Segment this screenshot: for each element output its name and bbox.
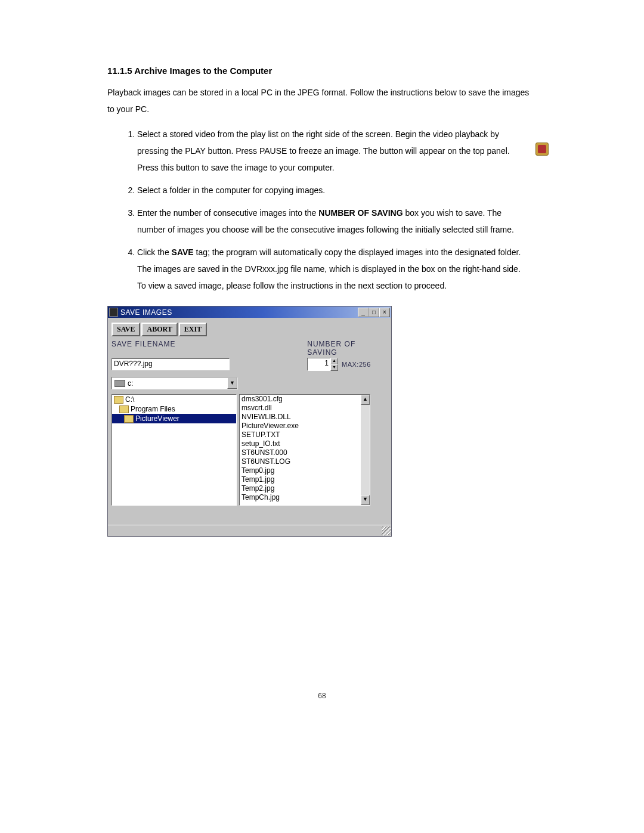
save-image-icon	[535, 143, 549, 156]
folder-icon	[114, 396, 123, 404]
maximize-button[interactable]: □	[369, 308, 379, 317]
file-item[interactable]: NVIEWLIB.DLL	[240, 413, 361, 422]
step-3: Enter the number of consecutive images i…	[137, 205, 531, 238]
file-item[interactable]: msvcrt.dll	[240, 404, 361, 413]
folder-icon	[119, 405, 129, 413]
file-item[interactable]: TempCh.jpg	[240, 493, 361, 502]
steps-list: Select a stored video from the play list…	[107, 126, 531, 294]
numsaving-input[interactable]: 1	[307, 358, 330, 371]
intro-paragraph: Playback images can be stored in a local…	[107, 84, 531, 117]
folder-listbox[interactable]: C:\ Program Files PictureViewer	[112, 394, 237, 506]
spin-up-button[interactable]: ▲	[330, 358, 338, 364]
abort-button[interactable]: ABORT	[141, 323, 177, 336]
app-icon	[109, 308, 118, 317]
folder-item[interactable]: Program Files	[112, 404, 236, 414]
drive-value: c:	[128, 379, 133, 388]
folder-open-icon	[124, 415, 134, 423]
resize-grip-icon[interactable]	[382, 527, 391, 535]
file-item[interactable]: Temp1.jpg	[240, 475, 361, 484]
file-item[interactable]: ST6UNST.000	[240, 448, 361, 457]
file-item[interactable]: Temp2.jpg	[240, 484, 361, 493]
file-item[interactable]: setup_IO.txt	[240, 439, 361, 448]
scroll-down-button[interactable]: ▼	[361, 495, 370, 505]
filename-label: SAVE FILENAME	[112, 340, 247, 357]
section-title: 11.1.5 Archive Images to the Computer	[107, 66, 644, 76]
file-item[interactable]: Temp0.jpg	[240, 466, 361, 475]
drive-combobox[interactable]: c: ▼	[112, 377, 238, 389]
folder-item-selected[interactable]: PictureViewer	[112, 414, 236, 423]
save-images-dialog: SAVE IMAGES _ □ × SAVE ABORT EXIT SAVE F…	[107, 306, 392, 537]
step-2: Select a folder in the computer for copy…	[137, 182, 531, 199]
file-item[interactable]: PictureViewer.exe	[240, 422, 361, 431]
spin-down-button[interactable]: ▼	[330, 364, 338, 371]
file-item[interactable]: dms3001.cfg	[240, 395, 361, 404]
step-1: Select a stored video from the play list…	[137, 126, 531, 176]
save-button[interactable]: SAVE	[112, 323, 140, 336]
scroll-up-button[interactable]: ▲	[361, 395, 370, 405]
scroll-track[interactable]	[361, 405, 370, 495]
dialog-title: SAVE IMAGES	[120, 308, 172, 317]
page-number: 68	[0, 692, 644, 700]
dialog-titlebar[interactable]: SAVE IMAGES _ □ ×	[108, 306, 391, 318]
close-button[interactable]: ×	[379, 308, 390, 317]
minimize-button[interactable]: _	[358, 308, 369, 317]
max-label: MAX:256	[342, 361, 371, 368]
drive-icon	[114, 380, 125, 387]
exit-button[interactable]: EXIT	[179, 323, 207, 336]
step-4: Click the SAVE tag; the program will aut…	[137, 244, 531, 294]
file-item[interactable]: SETUP.TXT	[240, 431, 361, 439]
file-item[interactable]: ST6UNST.LOG	[240, 457, 361, 466]
folder-item[interactable]: C:\	[112, 395, 236, 404]
chevron-down-icon[interactable]: ▼	[227, 377, 237, 389]
scrollbar[interactable]: ▲ ▼	[361, 395, 370, 505]
numsaving-label: NUMBER OF SAVING	[307, 340, 388, 357]
statusbar	[108, 525, 391, 536]
file-listbox[interactable]: dms3001.cfg msvcrt.dll NVIEWLIB.DLL Pict…	[239, 394, 370, 506]
filename-input[interactable]: DVR???.jpg	[112, 358, 230, 370]
